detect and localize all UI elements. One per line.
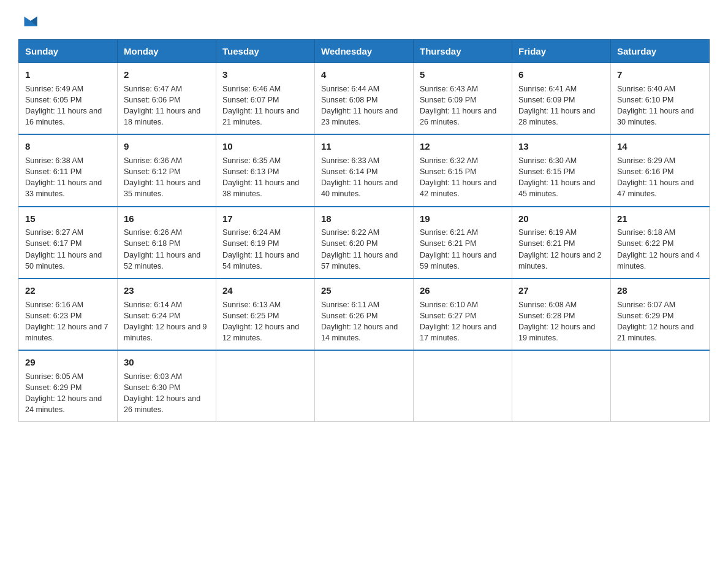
- day-info: Sunrise: 6:08 AMSunset: 6:28 PMDaylight:…: [518, 301, 595, 342]
- table-row: 4 Sunrise: 6:44 AMSunset: 6:08 PMDayligh…: [315, 63, 414, 135]
- table-row: 28 Sunrise: 6:07 AMSunset: 6:29 PMDaylig…: [611, 278, 710, 350]
- calendar-table: Sunday Monday Tuesday Wednesday Thursday…: [18, 39, 710, 422]
- day-number: 2: [124, 68, 210, 82]
- day-info: Sunrise: 6:07 AMSunset: 6:29 PMDaylight:…: [617, 301, 694, 342]
- table-row: 16 Sunrise: 6:26 AMSunset: 6:18 PMDaylig…: [118, 207, 216, 278]
- table-row: 19 Sunrise: 6:21 AMSunset: 6:21 PMDaylig…: [414, 207, 512, 278]
- table-row: [512, 350, 611, 422]
- table-row: 15 Sunrise: 6:27 AMSunset: 6:17 PMDaylig…: [19, 207, 118, 278]
- day-number: 12: [420, 140, 506, 153]
- table-row: 29 Sunrise: 6:05 AMSunset: 6:29 PMDaylig…: [19, 350, 118, 422]
- day-number: 24: [222, 284, 308, 297]
- day-number: 21: [617, 212, 703, 226]
- table-row: 6 Sunrise: 6:41 AMSunset: 6:09 PMDayligh…: [512, 63, 611, 135]
- logo-icon: [22, 12, 39, 29]
- table-row: 11 Sunrise: 6:33 AMSunset: 6:14 PMDaylig…: [315, 134, 414, 206]
- day-info: Sunrise: 6:30 AMSunset: 6:15 PMDaylight:…: [518, 156, 595, 198]
- table-row: 1 Sunrise: 6:49 AMSunset: 6:05 PMDayligh…: [19, 63, 118, 135]
- table-row: [611, 350, 710, 422]
- table-row: 24 Sunrise: 6:13 AMSunset: 6:25 PMDaylig…: [216, 278, 315, 350]
- logo: [18, 12, 39, 28]
- table-row: 26 Sunrise: 6:10 AMSunset: 6:27 PMDaylig…: [414, 278, 512, 350]
- weekday-header-row: Sunday Monday Tuesday Wednesday Thursday…: [19, 40, 710, 63]
- day-info: Sunrise: 6:21 AMSunset: 6:21 PMDaylight:…: [420, 228, 496, 270]
- table-row: 25 Sunrise: 6:11 AMSunset: 6:26 PMDaylig…: [315, 278, 414, 350]
- day-info: Sunrise: 6:16 AMSunset: 6:23 PMDaylight:…: [25, 301, 108, 342]
- header-thursday: Thursday: [414, 40, 512, 63]
- table-row: [414, 350, 512, 422]
- day-number: 29: [25, 356, 111, 369]
- day-info: Sunrise: 6:18 AMSunset: 6:22 PMDaylight:…: [617, 228, 700, 270]
- day-number: 7: [617, 68, 703, 82]
- calendar-week-row: 1 Sunrise: 6:49 AMSunset: 6:05 PMDayligh…: [19, 63, 710, 135]
- day-info: Sunrise: 6:46 AMSunset: 6:07 PMDaylight:…: [222, 85, 299, 126]
- table-row: 17 Sunrise: 6:24 AMSunset: 6:19 PMDaylig…: [216, 207, 315, 278]
- day-number: 22: [25, 284, 111, 297]
- day-info: Sunrise: 6:14 AMSunset: 6:24 PMDaylight:…: [124, 301, 207, 342]
- header-tuesday: Tuesday: [216, 40, 315, 63]
- day-number: 19: [420, 212, 506, 226]
- day-info: Sunrise: 6:41 AMSunset: 6:09 PMDaylight:…: [518, 85, 595, 126]
- day-info: Sunrise: 6:40 AMSunset: 6:10 PMDaylight:…: [617, 85, 694, 126]
- table-row: 7 Sunrise: 6:40 AMSunset: 6:10 PMDayligh…: [611, 63, 710, 135]
- day-info: Sunrise: 6:13 AMSunset: 6:25 PMDaylight:…: [222, 301, 299, 342]
- day-info: Sunrise: 6:27 AMSunset: 6:17 PMDaylight:…: [25, 228, 102, 270]
- calendar-week-row: 8 Sunrise: 6:38 AMSunset: 6:11 PMDayligh…: [19, 134, 710, 206]
- table-row: 30 Sunrise: 6:03 AMSunset: 6:30 PMDaylig…: [118, 350, 216, 422]
- calendar-week-row: 22 Sunrise: 6:16 AMSunset: 6:23 PMDaylig…: [19, 278, 710, 350]
- day-info: Sunrise: 6:10 AMSunset: 6:27 PMDaylight:…: [420, 301, 496, 342]
- page-header: [18, 12, 710, 28]
- day-number: 14: [617, 140, 703, 153]
- table-row: [216, 350, 315, 422]
- day-number: 1: [25, 68, 111, 82]
- day-number: 13: [518, 140, 604, 153]
- day-number: 18: [321, 212, 407, 226]
- day-number: 6: [518, 68, 604, 82]
- day-number: 27: [518, 284, 604, 297]
- day-number: 5: [420, 68, 506, 82]
- day-info: Sunrise: 6:03 AMSunset: 6:30 PMDaylight:…: [124, 372, 200, 414]
- day-info: Sunrise: 6:47 AMSunset: 6:06 PMDaylight:…: [124, 85, 200, 126]
- day-info: Sunrise: 6:35 AMSunset: 6:13 PMDaylight:…: [222, 156, 299, 198]
- day-info: Sunrise: 6:32 AMSunset: 6:15 PMDaylight:…: [420, 156, 496, 198]
- day-number: 16: [124, 212, 210, 226]
- day-number: 4: [321, 68, 407, 82]
- table-row: 9 Sunrise: 6:36 AMSunset: 6:12 PMDayligh…: [118, 134, 216, 206]
- header-saturday: Saturday: [611, 40, 710, 63]
- day-info: Sunrise: 6:26 AMSunset: 6:18 PMDaylight:…: [124, 228, 200, 270]
- table-row: 22 Sunrise: 6:16 AMSunset: 6:23 PMDaylig…: [19, 278, 118, 350]
- day-number: 23: [124, 284, 210, 297]
- day-number: 15: [25, 212, 111, 226]
- table-row: [315, 350, 414, 422]
- table-row: 3 Sunrise: 6:46 AMSunset: 6:07 PMDayligh…: [216, 63, 315, 135]
- day-number: 10: [222, 140, 308, 153]
- day-info: Sunrise: 6:05 AMSunset: 6:29 PMDaylight:…: [25, 372, 102, 414]
- day-info: Sunrise: 6:19 AMSunset: 6:21 PMDaylight:…: [518, 228, 602, 270]
- day-info: Sunrise: 6:22 AMSunset: 6:20 PMDaylight:…: [321, 228, 398, 270]
- header-wednesday: Wednesday: [315, 40, 414, 63]
- day-number: 3: [222, 68, 308, 82]
- header-monday: Monday: [118, 40, 216, 63]
- day-info: Sunrise: 6:33 AMSunset: 6:14 PMDaylight:…: [321, 156, 398, 198]
- day-number: 8: [25, 140, 111, 153]
- table-row: 8 Sunrise: 6:38 AMSunset: 6:11 PMDayligh…: [19, 134, 118, 206]
- table-row: 20 Sunrise: 6:19 AMSunset: 6:21 PMDaylig…: [512, 207, 611, 278]
- day-info: Sunrise: 6:24 AMSunset: 6:19 PMDaylight:…: [222, 228, 299, 270]
- day-number: 28: [617, 284, 703, 297]
- calendar-week-row: 15 Sunrise: 6:27 AMSunset: 6:17 PMDaylig…: [19, 207, 710, 278]
- day-info: Sunrise: 6:38 AMSunset: 6:11 PMDaylight:…: [25, 156, 102, 198]
- calendar-week-row: 29 Sunrise: 6:05 AMSunset: 6:29 PMDaylig…: [19, 350, 710, 422]
- day-info: Sunrise: 6:36 AMSunset: 6:12 PMDaylight:…: [124, 156, 200, 198]
- day-number: 9: [124, 140, 210, 153]
- table-row: 5 Sunrise: 6:43 AMSunset: 6:09 PMDayligh…: [414, 63, 512, 135]
- day-number: 17: [222, 212, 308, 226]
- day-info: Sunrise: 6:44 AMSunset: 6:08 PMDaylight:…: [321, 85, 398, 126]
- table-row: 23 Sunrise: 6:14 AMSunset: 6:24 PMDaylig…: [118, 278, 216, 350]
- day-number: 20: [518, 212, 604, 226]
- day-number: 30: [124, 356, 210, 369]
- table-row: 21 Sunrise: 6:18 AMSunset: 6:22 PMDaylig…: [611, 207, 710, 278]
- day-number: 25: [321, 284, 407, 297]
- day-number: 11: [321, 140, 407, 153]
- table-row: 12 Sunrise: 6:32 AMSunset: 6:15 PMDaylig…: [414, 134, 512, 206]
- day-info: Sunrise: 6:43 AMSunset: 6:09 PMDaylight:…: [420, 85, 496, 126]
